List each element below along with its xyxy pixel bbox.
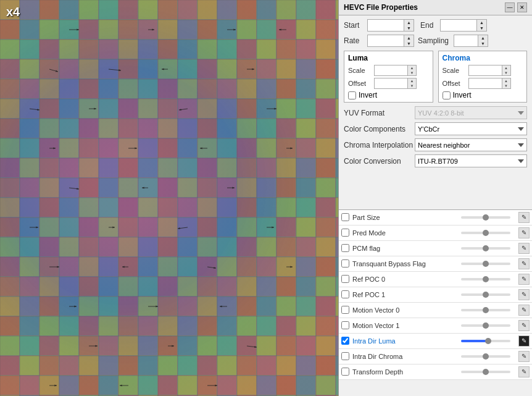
chroma-scale-spin[interactable]: ▲ ▼ <box>502 65 511 76</box>
overlay-slider-ref-poc-1[interactable] <box>461 293 510 296</box>
overlay-edit-button-motion-vector-1[interactable]: ✎ <box>518 320 530 331</box>
overlay-edit-button-transform-depth[interactable]: ✎ <box>518 366 530 377</box>
overlay-slider-area-intra-dir-luma <box>461 340 517 342</box>
luma-invert-checkbox[interactable] <box>348 91 356 99</box>
chroma-invert-row: Invert <box>443 91 523 99</box>
overlay-edit-button-motion-vector-0[interactable]: ✎ <box>518 305 530 316</box>
overlay-slider-area-part-size <box>461 216 517 219</box>
overlay-slider-transquant-bypass[interactable] <box>461 263 510 265</box>
overlay-checkbox-ref-poc-1[interactable] <box>341 290 349 298</box>
overlay-edit-button-transquant-bypass[interactable]: ✎ <box>518 258 530 269</box>
end-spin-down[interactable]: ▼ <box>477 25 486 31</box>
rate-input[interactable]: 20.00 <box>367 35 404 47</box>
sampling-input[interactable]: 1 <box>454 35 478 47</box>
overlay-slider-intra-dir-luma[interactable] <box>461 340 510 342</box>
overlay-edit-button-part-size[interactable]: ✎ <box>518 212 530 223</box>
overlay-name-intra-dir-luma: Intra Dir Luma <box>352 337 461 345</box>
end-spin-arrows[interactable]: ▲ ▼ <box>477 19 487 32</box>
overlay-edit-button-intra-dir-luma[interactable]: ✎ <box>518 335 530 347</box>
rate-spin-down[interactable]: ▼ <box>404 41 414 46</box>
minimize-button[interactable]: ― <box>505 2 515 12</box>
overlay-slider-area-transquant-bypass <box>461 263 517 265</box>
overlay-checkbox-intra-dir-chroma[interactable] <box>341 352 349 360</box>
overlay-slider-ref-poc-0[interactable] <box>461 278 510 280</box>
overlay-checkbox-transquant-bypass[interactable] <box>341 259 349 268</box>
overlay-checkbox-intra-dir-luma[interactable] <box>341 337 349 345</box>
chroma-offset-spin[interactable]: ▲ ▼ <box>502 78 511 89</box>
overlay-edit-button-intra-dir-chroma[interactable]: ✎ <box>518 351 530 362</box>
overlay-slider-part-size[interactable] <box>461 216 510 219</box>
yuv-format-label: YUV Format <box>344 109 415 117</box>
overlay-edit-button-pred-mode[interactable]: ✎ <box>518 227 530 238</box>
luma-offset-label: Offset <box>348 80 374 87</box>
overlay-checkbox-ref-poc-0[interactable] <box>341 275 349 283</box>
color-components-label: Color Components <box>344 125 415 133</box>
overlay-checkbox-motion-vector-1[interactable] <box>341 321 349 329</box>
sampling-spin-arrows[interactable]: ▲ ▼ <box>478 35 488 47</box>
overlay-edit-button-ref-poc-0[interactable]: ✎ <box>518 274 530 285</box>
overlay-slider-pred-mode[interactable] <box>461 232 510 234</box>
end-spin-up[interactable]: ▲ <box>477 20 486 25</box>
overlay-item-motion-vector-0: Motion Vector 0✎ <box>339 303 532 318</box>
overlay-name-intra-dir-chroma: Intra Dir Chroma <box>352 353 461 360</box>
chroma-interpolation-select[interactable]: Nearest neighbor Bilinear <box>415 138 527 151</box>
overlay-slider-transform-depth[interactable] <box>461 371 510 373</box>
overlay-slider-motion-vector-0[interactable] <box>461 309 510 311</box>
chroma-scale-input[interactable]: 1 <box>468 65 502 76</box>
overlay-name-transquant-bypass: Transquant Bypass Flag <box>352 260 461 268</box>
chroma-offset-input[interactable]: 128 <box>468 78 502 89</box>
overlay-slider-motion-vector-1[interactable] <box>461 324 510 327</box>
end-input[interactable]: 99 <box>440 19 477 32</box>
overlay-slider-area-pcm-flag <box>461 247 517 250</box>
overlay-slider-pcm-flag[interactable] <box>461 247 510 250</box>
chroma-invert-checkbox[interactable] <box>443 91 451 99</box>
title-buttons: ― ✕ <box>505 2 527 12</box>
video-canvas <box>0 0 338 396</box>
overlay-name-pred-mode: Pred Mode <box>352 229 461 237</box>
overlay-name-pcm-flag: PCM flag <box>352 245 461 252</box>
start-end-row: Start 0 ▲ ▼ End 99 ▲ ▼ <box>344 19 527 32</box>
overlay-edit-button-ref-poc-1[interactable]: ✎ <box>518 289 530 300</box>
overlay-slider-area-ref-poc-0 <box>461 278 517 280</box>
overlay-checkbox-transform-depth[interactable] <box>341 368 349 376</box>
sampling-spin-up[interactable]: ▲ <box>478 35 488 41</box>
overlay-slider-area-motion-vector-1 <box>461 324 517 327</box>
luma-scale-spin[interactable]: ▲ ▼ <box>408 65 417 76</box>
start-input[interactable]: 0 <box>367 19 404 32</box>
rate-spinner: 20.00 ▲ ▼ <box>367 35 414 47</box>
panel-title: HEVC File Properties <box>344 3 418 12</box>
color-conversion-select[interactable]: ITU-R.BT709 ITU-R.BT601 <box>415 154 527 167</box>
overlay-edit-button-pcm-flag[interactable]: ✎ <box>518 243 530 254</box>
overlay-item-intra-dir-luma: Intra Dir Luma✎ <box>339 334 532 349</box>
overlay-slider-area-pred-mode <box>461 232 517 234</box>
rate-label: Rate <box>344 36 367 45</box>
overlay-slider-intra-dir-chroma[interactable] <box>461 355 510 358</box>
overlay-checkbox-motion-vector-0[interactable] <box>341 306 349 314</box>
overlay-item-transquant-bypass: Transquant Bypass Flag✎ <box>339 256 532 272</box>
overlay-name-part-size: Part Size <box>352 214 461 221</box>
color-components-select[interactable]: Y'CbCr RGB <box>415 122 527 135</box>
luma-scale-label: Scale <box>348 67 374 74</box>
color-conversion-row: Color Conversion ITU-R.BT709 ITU-R.BT601 <box>344 154 527 167</box>
close-button[interactable]: ✕ <box>517 2 527 12</box>
start-spin-down[interactable]: ▼ <box>404 25 414 31</box>
start-spin-arrows[interactable]: ▲ ▼ <box>404 19 414 32</box>
yuv-format-select[interactable]: YUV 4:2:0 8-bit <box>415 106 527 119</box>
start-spinner: 0 ▲ ▼ <box>367 19 414 32</box>
overlay-checkbox-pcm-flag[interactable] <box>341 244 349 252</box>
luma-offset-spin[interactable]: ▲ ▼ <box>408 78 417 89</box>
overlay-item-motion-vector-1: Motion Vector 1✎ <box>339 318 532 334</box>
overlay-checkbox-pred-mode[interactable] <box>341 229 349 237</box>
rate-spin-arrows[interactable]: ▲ ▼ <box>404 35 414 47</box>
overlay-slider-area-transform-depth <box>461 371 517 373</box>
overlay-item-ref-poc-1: Ref POC 1✎ <box>339 287 532 303</box>
rate-spin-up[interactable]: ▲ <box>404 35 414 41</box>
chroma-interpolation-row: Chroma Interpolation Nearest neighbor Bi… <box>344 138 527 151</box>
overlay-checkbox-part-size[interactable] <box>341 213 349 221</box>
end-label: End <box>420 21 440 30</box>
sampling-spin-down[interactable]: ▼ <box>478 41 488 46</box>
chroma-interpolation-label: Chroma Interpolation <box>344 141 415 150</box>
start-spin-up[interactable]: ▲ <box>404 20 414 25</box>
luma-scale-input[interactable]: 1 <box>374 65 408 76</box>
luma-offset-input[interactable]: 125 <box>374 78 408 89</box>
